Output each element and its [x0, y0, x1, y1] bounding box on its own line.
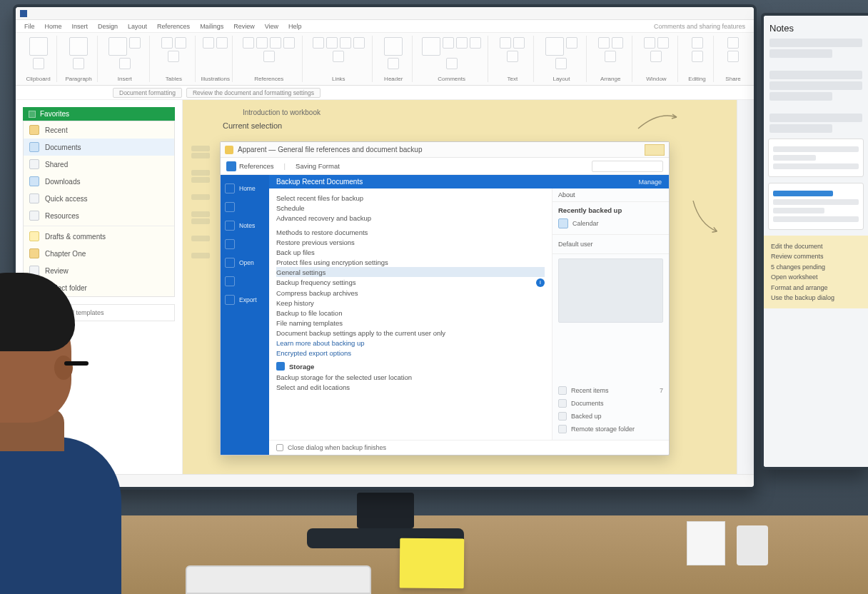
ribbon-button[interactable] — [507, 51, 518, 62]
dialog-list-item[interactable]: Compress backup archives — [276, 288, 545, 298]
tab-review[interactable]: Review — [233, 23, 255, 30]
close-when-done-checkbox[interactable] — [276, 444, 283, 451]
dialog-list-item[interactable]: Backup storage for the selected user loc… — [276, 372, 545, 382]
tab-help[interactable]: Help — [288, 23, 302, 30]
right-item-user[interactable]: Default user — [558, 239, 663, 249]
ribbon-button[interactable] — [555, 58, 567, 69]
ribbon-button[interactable] — [500, 37, 511, 49]
dialog-side-item[interactable]: Notes — [221, 216, 269, 235]
ribbon-button[interactable] — [326, 37, 338, 49]
ribbon-button[interactable] — [108, 37, 127, 56]
nav-item[interactable]: Quick access — [24, 190, 174, 207]
ribbon-button[interactable] — [175, 37, 186, 49]
ribbon-button[interactable] — [605, 51, 616, 62]
ribbon-button[interactable] — [203, 37, 214, 49]
right-footer-row[interactable]: Recent items7 — [558, 384, 663, 397]
tab-layout[interactable]: Layout — [128, 23, 147, 30]
dialog-window-button[interactable] — [645, 144, 665, 156]
ribbon-button[interactable] — [470, 37, 481, 49]
ribbon-button[interactable] — [270, 37, 281, 49]
ribbon-button[interactable] — [283, 37, 295, 49]
nav-item[interactable]: Recent — [24, 121, 174, 139]
dialog-list-item[interactable]: Backup to file location — [276, 308, 545, 318]
ribbon-button[interactable] — [313, 37, 324, 49]
ribbon-button[interactable] — [644, 37, 655, 49]
dialog-side-item[interactable] — [221, 272, 269, 291]
dlg-tool-format[interactable]: Saving Format — [296, 162, 340, 170]
right-footer-row[interactable]: Backed up — [558, 410, 663, 423]
ribbon-button[interactable] — [598, 37, 610, 49]
ribbon-button[interactable] — [33, 58, 44, 69]
ribbon-button[interactable] — [443, 37, 454, 49]
nav-item[interactable]: Shared — [24, 156, 174, 173]
right-tab-about[interactable]: About — [552, 188, 581, 201]
ribbon-button[interactable] — [566, 37, 577, 49]
ribbon-button[interactable] — [727, 37, 739, 49]
ribbon-button[interactable] — [353, 37, 365, 49]
subbar-btn-2[interactable]: Review the document and formatting setti… — [186, 88, 321, 98]
dialog-titlebar[interactable]: Apparent — General file references and d… — [221, 142, 669, 158]
ribbon-button[interactable] — [29, 37, 48, 56]
tab-file[interactable]: File — [24, 23, 35, 30]
ribbon-button[interactable] — [545, 37, 564, 56]
tab-insert[interactable]: Insert — [72, 23, 89, 30]
dialog-list-item[interactable]: Document backup settings apply to the cu… — [276, 328, 545, 338]
dialog-list-item[interactable]: Protect files using encryption settings — [276, 257, 545, 267]
document-canvas[interactable]: Introduction to workbook Current selecti… — [183, 100, 737, 474]
nav-item[interactable]: Review — [24, 262, 174, 279]
ribbon-button[interactable] — [657, 37, 669, 49]
dialog-section-action[interactable]: Manage — [638, 178, 662, 186]
tab-mailings[interactable]: Mailings — [200, 23, 223, 30]
info-icon[interactable]: i — [536, 278, 545, 287]
dialog-list-item[interactable]: Back up files — [276, 247, 545, 257]
dialog-side-item[interactable] — [221, 235, 269, 253]
dialog-list-item[interactable]: File naming templates — [276, 318, 545, 328]
ribbon-button[interactable] — [216, 37, 228, 49]
dialog-list-item[interactable]: Methods to restore documents — [276, 227, 545, 237]
nav-item[interactable]: Documents — [24, 139, 174, 156]
right-footer-row[interactable]: Documents — [558, 397, 663, 410]
tab-references[interactable]: References — [157, 23, 190, 30]
dialog-list-item[interactable]: Advanced recovery and backup — [276, 213, 545, 223]
scroll-strip[interactable] — [737, 100, 754, 474]
dialog-side-item[interactable]: Export — [221, 291, 269, 309]
nav-item[interactable]: Project folder — [24, 279, 174, 296]
tab-design[interactable]: Design — [98, 23, 118, 30]
ribbon-button[interactable] — [69, 37, 88, 56]
nav-item[interactable]: Downloads — [24, 173, 174, 190]
dialog-list-item[interactable]: Encrypted export options — [276, 348, 545, 358]
dialog-list-item[interactable]: Schedule — [276, 203, 545, 213]
dialog-side-item[interactable]: Open — [221, 253, 269, 272]
nav-item[interactable]: Resources — [24, 207, 174, 224]
tab-home[interactable]: Home — [45, 23, 62, 30]
ribbon-button[interactable] — [692, 51, 703, 62]
ribbon-button[interactable] — [388, 58, 399, 69]
dialog-list-item[interactable]: Keep history — [276, 298, 545, 308]
ribbon-button[interactable] — [650, 51, 662, 62]
dialog-search-input[interactable] — [592, 161, 663, 172]
nav-item[interactable]: Chapter One — [24, 245, 174, 262]
ribbon-button[interactable] — [168, 51, 179, 62]
right-item-calendar[interactable]: Calendar — [558, 217, 663, 230]
ribbon-tabs[interactable]: File Home Insert Design Layout Reference… — [16, 20, 754, 33]
dlg-tool-references[interactable]: References — [226, 161, 274, 171]
dialog-list-item[interactable]: General settings — [276, 267, 545, 277]
ribbon-button[interactable] — [256, 37, 268, 49]
ribbon-button[interactable] — [612, 37, 623, 49]
ribbon-button[interactable] — [340, 37, 351, 49]
subbar-btn-1[interactable]: Document formatting — [113, 88, 182, 98]
ribbon-button[interactable] — [513, 37, 525, 49]
dialog-list-item[interactable]: Restore previous versions — [276, 237, 545, 247]
ribbon-button[interactable] — [119, 58, 131, 69]
ribbon-button[interactable] — [129, 37, 141, 49]
ribbon-button[interactable] — [73, 58, 84, 69]
ribbon-button[interactable] — [161, 37, 173, 49]
ribbon-button[interactable] — [727, 51, 739, 62]
ribbon-button[interactable] — [422, 37, 440, 56]
ribbon-button[interactable] — [243, 37, 254, 49]
ribbon-button[interactable] — [384, 37, 403, 56]
dialog-list-item[interactable]: Select and edit locations — [276, 382, 545, 392]
ribbon-button[interactable] — [446, 58, 458, 69]
dialog-list-item[interactable]: Select recent files for backup — [276, 193, 545, 203]
dialog-list-item[interactable]: Learn more about backing up — [276, 338, 545, 348]
